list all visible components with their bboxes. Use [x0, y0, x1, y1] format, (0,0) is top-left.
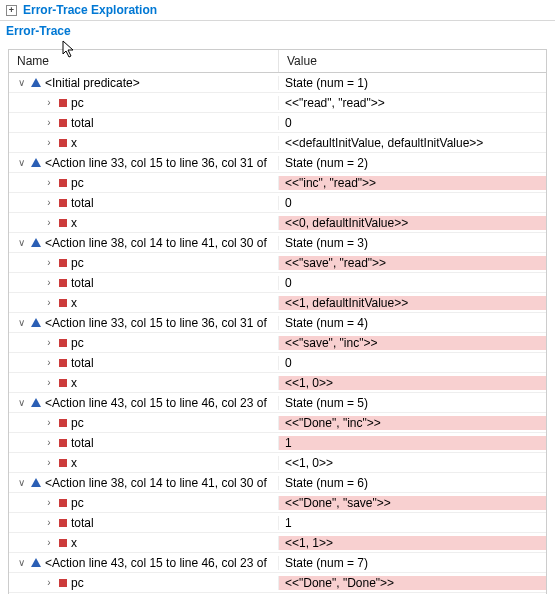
chevron-right-icon[interactable]: › — [43, 297, 55, 308]
state-icon — [31, 478, 41, 487]
variable-row[interactable]: ›pc<<"inc", "read">> — [9, 173, 546, 193]
variable-name: x — [71, 296, 77, 310]
state-value: State (num = 5) — [279, 396, 546, 410]
chevron-right-icon[interactable]: › — [43, 417, 55, 428]
state-label: <Action line 43, col 15 to line 46, col … — [45, 396, 267, 410]
variable-row[interactable]: ›pc<<"save", "inc">> — [9, 333, 546, 353]
variable-row[interactable]: ›total1 — [9, 433, 546, 453]
variable-icon — [59, 499, 67, 507]
state-label: <Action line 33, col 15 to line 36, col … — [45, 316, 267, 330]
chevron-right-icon[interactable]: › — [43, 437, 55, 448]
variable-row[interactable]: ›x<<1, 0>> — [9, 373, 546, 393]
state-label: <Action line 33, col 15 to line 36, col … — [45, 156, 267, 170]
variable-value: <<"Done", "Done">> — [279, 576, 546, 590]
variable-icon — [59, 379, 67, 387]
variable-row[interactable]: ›total1 — [9, 513, 546, 533]
chevron-right-icon[interactable]: › — [43, 577, 55, 588]
section-exploration-title: Error-Trace Exploration — [23, 3, 157, 17]
chevron-right-icon[interactable]: › — [43, 177, 55, 188]
variable-name: pc — [71, 336, 84, 350]
variable-row[interactable]: ›pc<<"read", "read">> — [9, 93, 546, 113]
state-label: <Action line 43, col 15 to line 46, col … — [45, 556, 267, 570]
chevron-right-icon[interactable]: › — [43, 117, 55, 128]
variable-value: <<1, defaultInitValue>> — [279, 296, 546, 310]
variable-row[interactable]: ›x<<1, defaultInitValue>> — [9, 293, 546, 313]
chevron-right-icon[interactable]: › — [43, 217, 55, 228]
state-row[interactable]: ∨<Action line 33, col 15 to line 36, col… — [9, 153, 546, 173]
chevron-right-icon[interactable]: › — [43, 277, 55, 288]
variable-icon — [59, 119, 67, 127]
variable-name: pc — [71, 256, 84, 270]
variable-name: pc — [71, 176, 84, 190]
chevron-right-icon[interactable]: › — [43, 357, 55, 368]
variable-name: total — [71, 276, 94, 290]
variable-row[interactable]: ›pc<<"Done", "Done">> — [9, 573, 546, 593]
chevron-right-icon[interactable]: › — [43, 517, 55, 528]
variable-value: <<defaultInitValue, defaultInitValue>> — [279, 136, 546, 150]
chevron-down-icon[interactable]: ∨ — [15, 157, 27, 168]
chevron-right-icon[interactable]: › — [43, 97, 55, 108]
variable-value: 0 — [279, 276, 546, 290]
variable-row[interactable]: ›total0 — [9, 273, 546, 293]
state-icon — [31, 158, 41, 167]
variable-row[interactable]: ›pc<<"Done", "inc">> — [9, 413, 546, 433]
variable-value: <<"Done", "inc">> — [279, 416, 546, 430]
column-header-name[interactable]: Name — [9, 50, 279, 72]
variable-row[interactable]: ›total0 — [9, 353, 546, 373]
chevron-down-icon[interactable]: ∨ — [15, 557, 27, 568]
chevron-right-icon[interactable]: › — [43, 497, 55, 508]
column-header-value[interactable]: Value — [279, 50, 546, 72]
variable-icon — [59, 539, 67, 547]
chevron-right-icon[interactable]: › — [43, 197, 55, 208]
variable-value: 0 — [279, 196, 546, 210]
state-row[interactable]: ∨<Action line 38, col 14 to line 41, col… — [9, 233, 546, 253]
chevron-down-icon[interactable]: ∨ — [15, 397, 27, 408]
variable-row[interactable]: ›pc<<"Done", "save">> — [9, 493, 546, 513]
chevron-down-icon[interactable]: ∨ — [15, 77, 27, 88]
state-label: <Initial predicate> — [45, 76, 140, 90]
variable-row[interactable]: ›total0 — [9, 113, 546, 133]
chevron-down-icon[interactable]: ∨ — [15, 237, 27, 248]
variable-row[interactable]: ›pc<<"save", "read">> — [9, 253, 546, 273]
chevron-right-icon[interactable]: › — [43, 537, 55, 548]
variable-value: <<1, 1>> — [279, 536, 546, 550]
variable-name: x — [71, 536, 77, 550]
table-header-row: Name Value — [9, 50, 546, 73]
chevron-right-icon[interactable]: › — [43, 137, 55, 148]
variable-icon — [59, 359, 67, 367]
variable-name: x — [71, 216, 77, 230]
variable-row[interactable]: ›x<<1, 1>> — [9, 533, 546, 553]
variable-icon — [59, 439, 67, 447]
variable-value: <<"save", "read">> — [279, 256, 546, 270]
state-row[interactable]: ∨<Action line 43, col 15 to line 46, col… — [9, 553, 546, 573]
variable-row[interactable]: ›x<<0, defaultInitValue>> — [9, 213, 546, 233]
variable-value: <<"read", "read">> — [279, 96, 546, 110]
variable-value: 0 — [279, 356, 546, 370]
state-row[interactable]: ∨<Action line 43, col 15 to line 46, col… — [9, 393, 546, 413]
chevron-right-icon[interactable]: › — [43, 337, 55, 348]
chevron-down-icon[interactable]: ∨ — [15, 477, 27, 488]
variable-name: total — [71, 356, 94, 370]
chevron-right-icon[interactable]: › — [43, 457, 55, 468]
variable-icon — [59, 339, 67, 347]
variable-row[interactable]: ›x<<defaultInitValue, defaultInitValue>> — [9, 133, 546, 153]
expand-icon[interactable]: + — [6, 5, 17, 16]
state-row[interactable]: ∨<Initial predicate>State (num = 1) — [9, 73, 546, 93]
chevron-down-icon[interactable]: ∨ — [15, 317, 27, 328]
variable-name: x — [71, 376, 77, 390]
state-row[interactable]: ∨<Action line 33, col 15 to line 36, col… — [9, 313, 546, 333]
variable-row[interactable]: ›total0 — [9, 193, 546, 213]
state-icon — [31, 78, 41, 87]
state-icon — [31, 398, 41, 407]
state-value: State (num = 2) — [279, 156, 546, 170]
variable-row[interactable]: ›x<<1, 0>> — [9, 453, 546, 473]
variable-icon — [59, 579, 67, 587]
state-icon — [31, 558, 41, 567]
section-exploration[interactable]: + Error-Trace Exploration — [0, 0, 555, 21]
variable-value: 1 — [279, 436, 546, 450]
state-row[interactable]: ∨<Action line 38, col 14 to line 41, col… — [9, 473, 546, 493]
section-trace[interactable]: Error-Trace — [0, 21, 555, 41]
variable-icon — [59, 519, 67, 527]
chevron-right-icon[interactable]: › — [43, 257, 55, 268]
chevron-right-icon[interactable]: › — [43, 377, 55, 388]
